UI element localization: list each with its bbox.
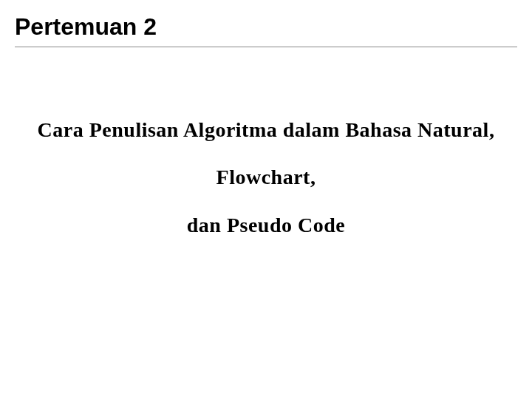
subtitle-line-3: dan Pseudo Code (37, 202, 495, 249)
slide-content: Cara Penulisan Algoritma dalam Bahasa Na… (15, 106, 517, 249)
slide-heading: Pertemuan 2 (15, 13, 517, 47)
subtitle-line-1: Cara Penulisan Algoritma dalam Bahasa Na… (37, 106, 495, 154)
slide-container: Pertemuan 2 Cara Penulisan Algoritma dal… (0, 0, 532, 399)
subtitle-line-2: Flowchart, (37, 154, 495, 201)
